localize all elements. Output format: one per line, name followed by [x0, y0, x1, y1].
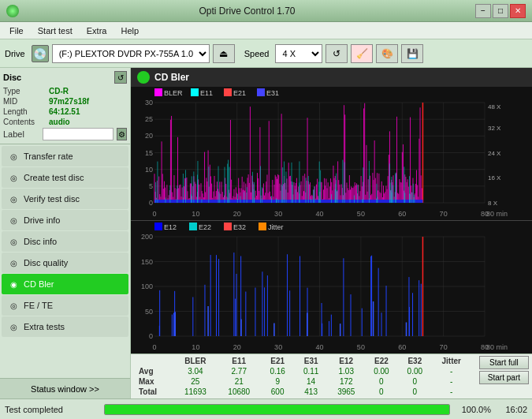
maximize-button[interactable]: □ [493, 4, 508, 18]
stats-row: BLER E11 E21 E31 E12 E22 E32 Jitter [131, 354, 532, 398]
transfer-rate-label: Transfer rate [24, 152, 73, 161]
stats-row-label: Max [136, 376, 173, 387]
label-row: Label ⚙ [3, 128, 127, 140]
stats-cell: - [432, 376, 471, 387]
disc-title: Disc [3, 73, 21, 82]
close-button[interactable]: ✕ [510, 4, 526, 18]
table-row: Avg3.042.770.160.111.030.000.00- [136, 366, 471, 376]
stats-cell: 10680 [218, 387, 261, 397]
mid-value: 97m27s18f [49, 97, 89, 106]
drive-info-label: Drive info [24, 215, 60, 225]
stats-cell: 2.77 [218, 366, 261, 376]
color-button[interactable]: 🎨 [376, 44, 398, 63]
disc-length-row: Length 64:12.51 [3, 107, 127, 116]
chart-icon [137, 71, 150, 84]
chart2-container [131, 221, 532, 354]
sidebar-item-disc-info[interactable]: ◎ Disc info [2, 231, 128, 252]
stats-cell: 600 [261, 387, 294, 397]
disc-info-label: Disc info [24, 237, 57, 246]
transfer-rate-icon: ◎ [8, 151, 19, 162]
col-e21: E21 [261, 356, 294, 366]
disc-info-icon: ◎ [8, 236, 19, 247]
label-label: Label [3, 129, 39, 139]
disc-contents-row: Contents audio [3, 118, 127, 126]
app-icon [6, 5, 19, 17]
sidebar-item-disc-quality[interactable]: ◎ Disc quality [2, 253, 128, 273]
stats-cell: 11693 [173, 387, 217, 397]
save-button[interactable]: 💾 [401, 44, 423, 63]
contents-label: Contents [3, 118, 49, 126]
col-label [136, 356, 173, 366]
refresh-button[interactable]: ↺ [326, 44, 348, 63]
status-window-button[interactable]: Status window >> [0, 378, 130, 398]
disc-header: Disc ↺ [3, 71, 127, 84]
titlebar-left [6, 5, 19, 17]
create-test-icon: ◎ [8, 172, 19, 183]
length-label: Length [3, 107, 49, 116]
col-e32: E32 [398, 356, 431, 366]
disc-type-row: Type CD-R [3, 87, 127, 95]
sidebar-item-transfer-rate[interactable]: ◎ Transfer rate [2, 146, 128, 166]
chart1-container [131, 87, 532, 221]
status-text: Test completed [5, 405, 99, 414]
sidebar-nav: ◎ Transfer rate ◎ Create test disc ◎ Ver… [0, 144, 130, 378]
sidebar-item-extra-tests[interactable]: ◎ Extra tests [2, 316, 128, 337]
verify-test-label: Verify test disc [24, 194, 80, 204]
table-row: Total1169310680600413396500- [136, 387, 471, 397]
chart2-canvas [131, 221, 532, 354]
eject-button[interactable]: ⏏ [213, 44, 235, 63]
stats-row-label: Total [136, 387, 173, 397]
fe-te-icon: ◎ [8, 300, 19, 311]
disc-refresh-icon[interactable]: ↺ [114, 71, 127, 84]
col-jitter: Jitter [432, 356, 471, 366]
stats-cell: 1.03 [328, 366, 365, 376]
progress-bar-container [104, 404, 450, 415]
stats-cell: 0.00 [398, 366, 431, 376]
fe-te-label: FE / TE [24, 301, 53, 310]
drive-select[interactable]: (F:) PLEXTOR DVDR PX-755A 1.08 [52, 44, 210, 63]
stats-cell: - [432, 387, 471, 397]
menu-starttest[interactable]: Start test [32, 24, 79, 37]
sidebar-item-verify-test[interactable]: ◎ Verify test disc [2, 189, 128, 209]
stats-cell: 3965 [328, 387, 365, 397]
time-text: 16:02 [496, 405, 527, 414]
sidebar-item-fe-te[interactable]: ◎ FE / TE [2, 295, 128, 316]
progress-bar [105, 405, 449, 414]
start-full-button[interactable]: Start full [479, 356, 529, 369]
menu-extra[interactable]: Extra [80, 24, 113, 37]
sidebar-item-create-test[interactable]: ◎ Create test disc [2, 167, 128, 188]
clear-button[interactable]: 🧹 [351, 44, 373, 63]
label-settings-icon[interactable]: ⚙ [117, 128, 127, 140]
speed-select[interactable]: 4 X [275, 44, 322, 63]
sidebar-item-drive-info[interactable]: ◎ Drive info [2, 210, 128, 230]
contents-value: audio [49, 118, 70, 126]
cd-bler-icon: ◉ [8, 279, 19, 290]
chart-title: CD Bler [154, 72, 189, 83]
table-row: Max252191417200- [136, 376, 471, 387]
disc-panel: Disc ↺ Type CD-R MID 97m27s18f Length 64… [0, 68, 130, 144]
minimize-button[interactable]: − [475, 4, 491, 18]
stats-area: BLER E11 E21 E31 E12 E22 E32 Jitter [131, 354, 532, 398]
stats-cell: 0 [365, 387, 398, 397]
sidebar-item-cd-bler[interactable]: ◉ CD Bler [2, 274, 128, 294]
stats-cell: 0.16 [261, 366, 294, 376]
window-title: Opti Drive Control 1.70 [19, 6, 475, 17]
label-input[interactable] [43, 128, 113, 140]
stats-tbody: Avg3.042.770.160.111.030.000.00-Max25219… [136, 366, 471, 397]
disc-mid-row: MID 97m27s18f [3, 97, 127, 106]
mid-label: MID [3, 97, 49, 106]
disc-quality-label: Disc quality [24, 258, 68, 267]
statusbar: Test completed 100.0% 16:02 [0, 398, 532, 419]
menu-help[interactable]: Help [114, 24, 145, 37]
drive-label: Drive [5, 49, 25, 58]
col-e31: E31 [294, 356, 327, 366]
stats-cell: 3.04 [173, 366, 217, 376]
verify-test-icon: ◎ [8, 193, 19, 204]
col-e12: E12 [328, 356, 365, 366]
stats-header-row: BLER E11 E21 E31 E12 E22 E32 Jitter [136, 356, 471, 366]
stats-cell: 0.00 [365, 366, 398, 376]
start-part-button[interactable]: Start part [479, 371, 529, 384]
col-e22: E22 [365, 356, 398, 366]
menu-file[interactable]: File [3, 24, 30, 37]
main-area: Disc ↺ Type CD-R MID 97m27s18f Length 64… [0, 68, 532, 398]
